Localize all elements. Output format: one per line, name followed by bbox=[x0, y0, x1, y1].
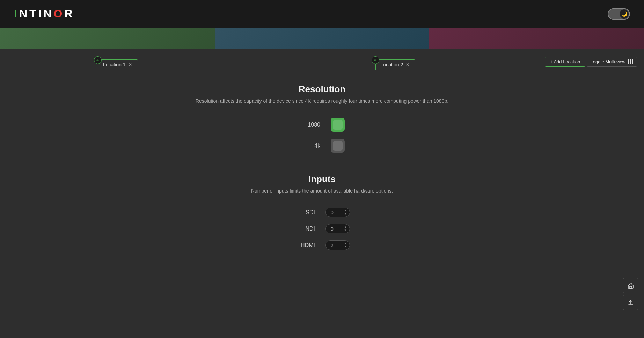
home-button[interactable] bbox=[623, 278, 638, 293]
toggle-multiview-button[interactable]: Toggle Multi-view bbox=[587, 57, 637, 67]
ndi-up-arrow[interactable]: ▲ bbox=[344, 226, 347, 229]
add-location-button[interactable]: + Add Location bbox=[545, 57, 585, 67]
ndi-spinner[interactable]: 0 ▲ ▼ bbox=[325, 224, 350, 233]
logo-letter-n2: N bbox=[43, 7, 53, 20]
resolution-1080-toggle-inner bbox=[333, 120, 343, 130]
ndi-arrows: ▲ ▼ bbox=[344, 226, 347, 232]
banner-section-3 bbox=[429, 28, 644, 49]
toggle-multiview-label: Toggle Multi-view bbox=[591, 59, 625, 64]
sdi-up-arrow[interactable]: ▲ bbox=[344, 209, 347, 212]
mv-bar-2 bbox=[630, 59, 631, 64]
banner-section-1 bbox=[0, 28, 215, 49]
resolution-section: Resolution Resolution affects the capaci… bbox=[172, 84, 472, 153]
resolution-description: Resolution affects the capacity of the d… bbox=[172, 98, 472, 104]
tab-location-1[interactable]: ✏ Location 1 ✕ bbox=[98, 59, 138, 70]
tab-1-edit-icon[interactable]: ✏ bbox=[94, 56, 102, 64]
hdmi-spinner[interactable]: 2 ▲ ▼ bbox=[325, 240, 350, 250]
banner-section-2 bbox=[215, 28, 430, 49]
tab-2-edit-icon[interactable]: ✏ bbox=[372, 56, 379, 64]
logo-letter-o: O bbox=[54, 7, 65, 20]
resolution-4k-row: 4k bbox=[172, 139, 472, 153]
resolution-4k-toggle-inner bbox=[333, 141, 343, 151]
sidebar-fixed bbox=[623, 278, 638, 310]
resolution-title: Resolution bbox=[172, 84, 472, 95]
logo-letter-r: R bbox=[64, 7, 74, 20]
logo: INTINOR bbox=[14, 7, 75, 20]
sdi-arrows: ▲ ▼ bbox=[344, 209, 347, 215]
ndi-label: NDI bbox=[294, 226, 315, 232]
hdmi-value: 2 bbox=[329, 243, 336, 248]
dark-mode-knob: 🌙 bbox=[620, 9, 629, 19]
tab-2-label: Location 2 bbox=[381, 62, 403, 67]
logo-letter-t: T bbox=[29, 7, 38, 20]
tab-2-close[interactable]: ✕ bbox=[405, 62, 410, 67]
inputs-section: Inputs Number of inputs limits the amoun… bbox=[172, 174, 472, 250]
sdi-spinner[interactable]: 0 ▲ ▼ bbox=[325, 208, 350, 217]
multiview-icon bbox=[628, 59, 633, 64]
tab-1-label: Location 1 bbox=[103, 62, 126, 67]
hdmi-up-arrow[interactable]: ▲ bbox=[344, 242, 347, 245]
inputs-description: Number of inputs limits the amount of av… bbox=[172, 188, 472, 194]
sdi-down-arrow[interactable]: ▼ bbox=[344, 213, 347, 215]
main-content: Resolution Resolution affects the capaci… bbox=[165, 70, 479, 271]
ndi-down-arrow[interactable]: ▼ bbox=[344, 229, 347, 232]
banner-overlay-2 bbox=[215, 28, 430, 49]
logo-letter-i2: I bbox=[38, 7, 44, 20]
ndi-row: NDI 0 ▲ ▼ bbox=[172, 224, 472, 233]
hdmi-arrows: ▲ ▼ bbox=[344, 242, 347, 248]
logo-letter-i1: I bbox=[14, 7, 19, 20]
resolution-1080-label: 1080 bbox=[299, 122, 320, 128]
mv-bar-1 bbox=[628, 59, 629, 64]
banner-overlay-1 bbox=[0, 28, 215, 49]
sdi-label: SDI bbox=[294, 209, 315, 216]
resolution-4k-label: 4k bbox=[299, 143, 320, 149]
upload-button[interactable] bbox=[623, 295, 638, 310]
header: INTINOR 🌙 bbox=[0, 0, 644, 28]
home-icon bbox=[627, 282, 634, 289]
svg-rect-0 bbox=[630, 286, 632, 288]
mv-bar-3 bbox=[632, 59, 633, 64]
hdmi-label: HDMI bbox=[294, 242, 315, 249]
tab-1-close[interactable]: ✕ bbox=[128, 62, 133, 67]
banner bbox=[0, 28, 644, 49]
sdi-value: 0 bbox=[329, 210, 336, 215]
inputs-title: Inputs bbox=[172, 174, 472, 185]
hdmi-down-arrow[interactable]: ▼ bbox=[344, 245, 347, 248]
hdmi-row: HDMI 2 ▲ ▼ bbox=[172, 240, 472, 250]
resolution-4k-toggle[interactable] bbox=[331, 139, 345, 153]
logo-letter-n1: N bbox=[19, 7, 29, 20]
tab-location-2[interactable]: ✏ Location 2 ✕ bbox=[375, 59, 416, 70]
banner-overlay-3 bbox=[429, 28, 644, 49]
upload-icon bbox=[627, 299, 634, 306]
tab-controls: + Add Location Toggle Multi-view bbox=[545, 57, 637, 67]
tabs-area: ✏ Location 1 ✕ ✏ Location 2 ✕ + Add Loca… bbox=[0, 49, 644, 70]
resolution-1080-row: 1080 bbox=[172, 118, 472, 132]
sdi-row: SDI 0 ▲ ▼ bbox=[172, 208, 472, 217]
resolution-1080-toggle[interactable] bbox=[331, 118, 345, 132]
ndi-value: 0 bbox=[329, 226, 336, 232]
dark-mode-toggle[interactable]: 🌙 bbox=[608, 8, 630, 20]
